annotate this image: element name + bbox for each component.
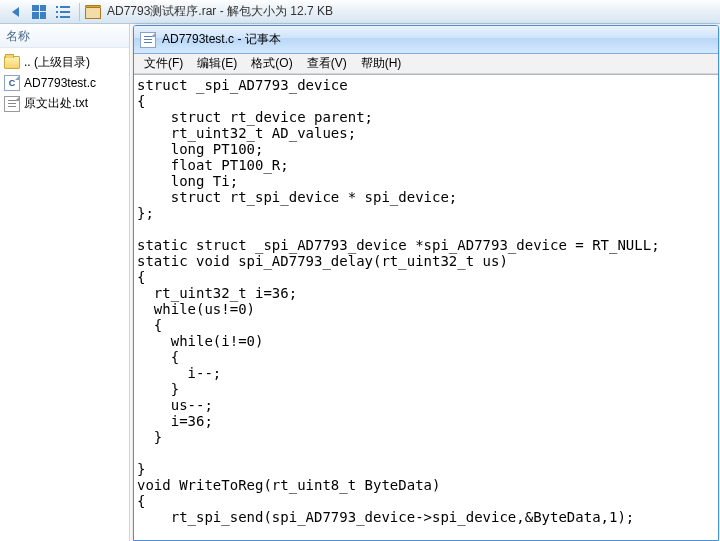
tree-item-txt[interactable]: 原文出处.txt [2,93,127,114]
menu-view[interactable]: 查看(V) [301,54,353,73]
notepad-client-area[interactable]: struct _spi_AD7793_device { struct rt_de… [134,74,718,540]
file-list-pane: 名称 .. (上级目录) C AD7793test.c 原文出处.txt [0,24,130,541]
notepad-text-content[interactable]: struct _spi_AD7793_device { struct rt_de… [134,75,718,527]
notepad-titlebar[interactable]: AD7793test.c - 记事本 [134,26,718,54]
document-icon [140,32,156,48]
grid-icon [32,5,46,19]
archive-title: AD7793测试程序.rar - 解包大小为 12.7 KB [107,3,333,20]
list-icon [56,6,70,18]
archive-icon [85,5,101,19]
notepad-menubar: 文件(F) 编辑(E) 格式(O) 查看(V) 帮助(H) [134,54,718,74]
notepad-title: AD7793test.c - 记事本 [162,31,281,48]
main-toolbar: AD7793测试程序.rar - 解包大小为 12.7 KB [0,0,720,24]
toolbar-separator [79,3,80,21]
tree-item-cfile[interactable]: C AD7793test.c [2,73,127,93]
view-list-button[interactable] [52,2,74,22]
tree-item-label: AD7793test.c [24,76,96,90]
file-tree: .. (上级目录) C AD7793test.c 原文出处.txt [0,48,129,118]
tree-item-label: .. (上级目录) [24,54,90,71]
menu-help[interactable]: 帮助(H) [355,54,408,73]
back-button[interactable] [4,2,26,22]
c-file-icon: C [4,75,20,91]
tree-item-parent[interactable]: .. (上级目录) [2,52,127,73]
back-arrow-icon [12,7,19,17]
file-list-header[interactable]: 名称 [0,24,129,48]
menu-format[interactable]: 格式(O) [245,54,298,73]
folder-icon [4,56,20,69]
txt-file-icon [4,96,20,112]
tree-item-label: 原文出处.txt [24,95,88,112]
notepad-window: AD7793test.c - 记事本 文件(F) 编辑(E) 格式(O) 查看(… [133,25,719,541]
view-grid-button[interactable] [28,2,50,22]
menu-file[interactable]: 文件(F) [138,54,189,73]
menu-edit[interactable]: 编辑(E) [191,54,243,73]
